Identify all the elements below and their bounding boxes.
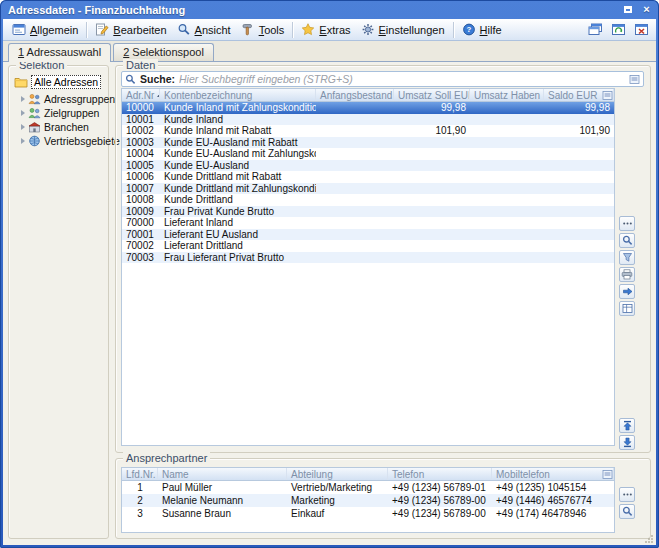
scroll-top-button[interactable] xyxy=(619,418,635,433)
expand-arrow-icon[interactable] xyxy=(21,110,25,116)
grid-row[interactable]: 70002Lieferant Drittland xyxy=(122,240,614,252)
column-header-mobiltelefon[interactable]: Mobiltelefon xyxy=(492,468,614,480)
menu-item-tools[interactable]: Tools xyxy=(236,21,290,38)
column-header-label: Saldo EUR xyxy=(548,90,597,101)
menu-item-extras[interactable]: Extras xyxy=(296,21,355,38)
tree-item-adressgruppen[interactable]: Adressgruppen xyxy=(21,92,107,106)
menu-item-ansicht[interactable]: Ansicht xyxy=(172,21,236,38)
tree-root-alle-adressen[interactable]: Alle Adressen xyxy=(14,75,107,89)
menu-separator xyxy=(453,22,454,38)
label: Einstellungen xyxy=(379,24,445,36)
label: Extras xyxy=(319,24,350,36)
column-header-adr-nr[interactable]: Adr.Nr xyxy=(122,89,160,101)
scroll-bottom-icon xyxy=(622,437,633,448)
close-button[interactable]: × xyxy=(639,3,654,16)
title-buttons: × xyxy=(620,3,654,16)
menu-item-bearbeiten[interactable]: Bearbeiten xyxy=(90,21,171,38)
windows-cascade-icon xyxy=(588,23,603,36)
menu-item-allgemein[interactable]: Allgemein xyxy=(7,21,83,38)
daten-panel: Daten Suche: Adr.NrKontenbezeichnungAnfa… xyxy=(115,65,651,453)
column-chooser-button[interactable] xyxy=(602,89,613,101)
tree-item-zielgruppen[interactable]: Zielgruppen xyxy=(21,106,107,120)
cell-bezeichnung: Frau Privat Kunde Brutto xyxy=(160,206,316,217)
label: Ansicht xyxy=(195,24,231,36)
column-chooser-button[interactable] xyxy=(602,468,613,480)
tree-root-label: Alle Adressen xyxy=(31,75,101,89)
cell-adrnr: 70000 xyxy=(122,217,160,228)
tab-1-adressauswahl[interactable]: 1 Adressauswahl xyxy=(8,43,111,62)
search-button[interactable] xyxy=(619,233,635,248)
cell-name: Paul Müller xyxy=(158,482,287,493)
grid-row[interactable]: 2Melanie NeumannMarketing+49 (1234) 5678… xyxy=(122,494,614,507)
grid-row[interactable]: 70003Frau Lieferant Privat Brutto xyxy=(122,252,614,264)
search-input[interactable] xyxy=(179,73,625,86)
options-dots-button[interactable] xyxy=(619,487,635,502)
cell-adrnr: 70001 xyxy=(122,229,160,240)
column-header-label: Kontenbezeichnung xyxy=(164,90,252,101)
grid-row[interactable]: 10005Kunde EU-Ausland xyxy=(122,160,614,172)
grid-row[interactable]: 70000Lieferant Inland xyxy=(122,217,614,229)
column-header-umsatz-haben-eur[interactable]: Umsatz Haben EUR xyxy=(470,89,544,101)
title-bar[interactable]: Adressdaten - Finanzbuchhaltung × xyxy=(0,0,659,19)
cell-adrnr: 10002 xyxy=(122,125,160,136)
export-button[interactable] xyxy=(619,284,635,299)
cell-mobil: +49 (1446) 46576774 xyxy=(492,495,614,506)
search-options-button[interactable] xyxy=(629,74,640,85)
column-header-telefon[interactable]: Telefon xyxy=(388,468,492,480)
column-header-name[interactable]: Name xyxy=(158,468,287,480)
menu-item-hilfe[interactable]: ?Hilfe xyxy=(457,21,507,38)
tree-item-vertriebsgebiete[interactable]: Vertriebsgebiete xyxy=(21,134,107,148)
grid-scroll-toolbar xyxy=(619,418,636,450)
expand-arrow-icon[interactable] xyxy=(21,124,25,130)
grid-menu-icon xyxy=(629,74,640,85)
column-header-anfangsbestand-eur[interactable]: Anfangsbestand EUR xyxy=(316,89,394,101)
window-refresh-button[interactable] xyxy=(608,21,629,39)
grid-row[interactable]: 10003Kunde EU-Ausland mit Rabatt xyxy=(122,137,614,149)
grid-menu-icon xyxy=(602,469,613,480)
resize-grip[interactable] xyxy=(642,532,654,544)
tree-item-branchen[interactable]: Branchen xyxy=(21,120,107,134)
print-button[interactable] xyxy=(619,267,635,282)
label: Hilfe xyxy=(480,24,502,36)
options-dots-icon xyxy=(622,489,633,500)
selektion-tree: Alle AdressenAdressgruppenZielgruppenBra… xyxy=(14,75,107,148)
grid-row[interactable]: 70001Lieferant EU Ausland xyxy=(122,229,614,241)
windows-cascade-button[interactable] xyxy=(585,21,606,39)
menu-item-einstellungen[interactable]: Einstellungen xyxy=(356,21,450,38)
scroll-bottom-button[interactable] xyxy=(619,435,635,450)
grid-row[interactable]: 10009Frau Privat Kunde Brutto xyxy=(122,206,614,218)
grid-row[interactable]: 10002Kunde Inland mit Rabatt101,90101,90 xyxy=(122,125,614,137)
column-header-lfd-nr[interactable]: Lfd.Nr. xyxy=(122,468,158,480)
grid-row[interactable]: 3Susanne BraunEinkauf+49 (1234) 56789-00… xyxy=(122,507,614,520)
column-header-label: Umsatz Soll EUR xyxy=(398,90,470,101)
address-groups-icon xyxy=(28,93,41,105)
options-dots-icon xyxy=(622,218,633,229)
contacts-grid-body: 1Paul MüllerVertrieb/Marketing+49 (1234)… xyxy=(122,481,614,520)
table-icon xyxy=(622,303,633,314)
table-button[interactable] xyxy=(619,301,635,316)
grid-row[interactable]: 10004Kunde EU-Ausland mit Zahlungskondit… xyxy=(122,148,614,160)
grid-row[interactable]: 10008Kunde Drittland xyxy=(122,194,614,206)
cell-abteilung: Marketing xyxy=(287,495,388,506)
expand-arrow-icon[interactable] xyxy=(21,138,25,144)
grid-row[interactable]: 10007Kunde Drittland mit Zahlungskonditi… xyxy=(122,183,614,195)
grid-row[interactable]: 10001Kunde Inland xyxy=(122,114,614,126)
scroll-top-icon xyxy=(622,420,633,431)
search-bar[interactable]: Suche: xyxy=(121,71,644,87)
window-close-button[interactable] xyxy=(631,21,652,39)
grid-row[interactable]: 1Paul MüllerVertrieb/Marketing+49 (1234)… xyxy=(122,481,614,494)
column-header-label: Adr.Nr xyxy=(126,90,154,101)
cell-saldo: 99,98 xyxy=(544,102,614,113)
column-header-abteilung[interactable]: Abteilung xyxy=(287,468,388,480)
maximize-button[interactable] xyxy=(620,3,635,16)
grid-row[interactable]: 10000Kunde Inland mit Zahlungskondition … xyxy=(122,102,614,114)
search-button[interactable] xyxy=(619,504,635,519)
column-header-kontenbezeichnung[interactable]: Kontenbezeichnung xyxy=(160,89,316,101)
cell-name: Melanie Neumann xyxy=(158,495,287,506)
filter-button[interactable] xyxy=(619,250,635,265)
expand-arrow-icon[interactable] xyxy=(21,96,25,102)
column-header-umsatz-soll-eur[interactable]: Umsatz Soll EUR xyxy=(394,89,470,101)
options-dots-button[interactable] xyxy=(619,216,635,231)
grid-row[interactable]: 10006Kunde Drittland mit Rabatt xyxy=(122,171,614,183)
contacts-grid-header: Lfd.Nr.NameAbteilungTelefonMobiltelefon xyxy=(122,468,614,481)
